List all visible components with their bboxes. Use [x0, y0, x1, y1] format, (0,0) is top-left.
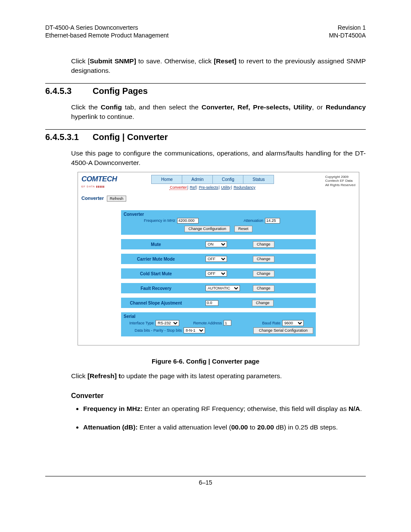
section-number: 6.4.5.3.1	[45, 132, 93, 142]
converter-panel: Converter Frequency in MHz Attenuation C…	[121, 210, 316, 235]
after-paragraph: Click [Refresh] to update the page with …	[71, 371, 366, 381]
fault-recovery-select[interactable]: AUTOMATIC	[206, 285, 240, 291]
attenuation-input[interactable]	[265, 218, 280, 224]
logo-text: COMTECH	[81, 175, 117, 183]
carrier-mute-panel: Carrier Mute Mode OFF Change	[121, 254, 316, 264]
text-bold: Frequency in MHz:	[83, 405, 143, 412]
interface-type-select[interactable]: RS-232	[156, 320, 179, 326]
interface-type-label: Interface Type	[124, 321, 154, 325]
change-serial-button[interactable]: Change Serial Configuration	[253, 327, 313, 334]
copyright-line: Comtech EF Data	[325, 179, 355, 183]
subsection-paragraph: Use this page to configure the communica…	[71, 149, 366, 167]
fault-recovery-panel: Fault Recovery AUTOMATIC Change	[121, 283, 316, 293]
text: .	[360, 405, 362, 412]
change-config-button[interactable]: Change Configuration	[184, 226, 230, 232]
fault-recovery-change-button[interactable]: Change	[253, 285, 274, 292]
refresh-button[interactable]: Refresh	[107, 196, 127, 202]
text: Click [	[71, 57, 90, 65]
slope-label: Channel Slope Ajustment	[124, 301, 188, 305]
text-bold: Config	[101, 103, 122, 111]
tab-home[interactable]: Home	[151, 175, 182, 184]
text-bold: 20.00	[257, 423, 274, 431]
page-footer: 6–15	[45, 476, 366, 486]
mute-panel: Mute ON Change	[121, 239, 316, 249]
section-title: Config Pages	[93, 86, 148, 96]
panel-title: Converter	[124, 212, 313, 217]
divider	[45, 83, 366, 84]
text: to save. Otherwise, click	[136, 57, 214, 65]
tab-config[interactable]: Config	[212, 175, 243, 184]
attenuation-label: Attenuation	[199, 218, 263, 223]
cold-start-change-button[interactable]: Change	[253, 271, 274, 277]
cold-start-panel: Cold Start Mute OFF Change	[121, 268, 316, 279]
page-header: DT-4500-A Series Downconverters Ethernet…	[45, 24, 366, 39]
text: dB) in 0.25 dB steps.	[274, 423, 338, 431]
baud-rate-select[interactable]: 9600	[282, 320, 304, 326]
subsection-heading: 6.4.5.3.1Config | Converter	[45, 132, 366, 142]
slope-panel: Channel Slope Ajustment Change	[121, 298, 316, 308]
text: o update the page with its latest operat…	[121, 372, 282, 380]
text-bold: Attenuation (dB):	[83, 423, 138, 431]
text: Click	[71, 372, 87, 380]
text: tab, and then select the	[122, 103, 202, 111]
freq-input[interactable]	[177, 218, 199, 224]
section-heading: 6.4.5.3Config Pages	[45, 86, 366, 96]
page-title: Converter	[81, 196, 104, 201]
section-number: 6.4.5.3	[45, 86, 93, 96]
text-bold: [Reset]	[214, 57, 237, 65]
text-bold: Converter, Ref, Pre-selects, Utility	[202, 103, 312, 111]
databits-select[interactable]: 8-N-1	[184, 327, 205, 333]
subtabs: Converter| Ref| Pre-selects| Utility| Re…	[169, 185, 255, 190]
copyright: Copyright 2009 Comtech EF Data All Right…	[325, 175, 355, 187]
text: to	[248, 423, 258, 431]
figure-caption: Figure 6-6. Config | Converter page	[45, 358, 366, 365]
section-paragraph: Click the Config tab, and then select th…	[71, 103, 366, 121]
databits-label: Data bits - Parity - Stop bits	[124, 328, 182, 333]
text: Enter an operating RF Frequency; otherwi…	[143, 405, 349, 412]
subtab-preselects[interactable]: Pre-selects	[198, 185, 218, 190]
mute-change-button[interactable]: Change	[253, 241, 274, 248]
divider	[45, 129, 366, 130]
reset-button[interactable]: Reset	[234, 226, 252, 232]
list-item: Attenuation (dB): Enter a valid attenuat…	[83, 423, 366, 432]
subtab-redundancy[interactable]: Redundancy	[233, 185, 256, 190]
text: Enter a valid attenuation level (	[138, 423, 231, 431]
panel-title: Serial	[124, 314, 313, 319]
logo: COMTECH EF DATA ▮▮▮▮▮	[81, 175, 117, 188]
carrier-mute-select[interactable]: OFF	[206, 256, 227, 262]
carrier-mute-change-button[interactable]: Change	[253, 256, 274, 262]
text: Click the	[71, 103, 101, 111]
cold-start-select[interactable]: OFF	[206, 271, 227, 277]
carrier-mute-label: Carrier Mute Mode	[124, 257, 188, 261]
text-bold: [Refresh] t	[87, 372, 121, 380]
subtab-converter[interactable]: Converter	[169, 185, 187, 190]
header-left-1: DT-4500-A Series Downconverters	[45, 24, 168, 31]
remote-address-label: Remote Address	[181, 321, 222, 325]
tab-status[interactable]: Status	[243, 175, 274, 184]
remote-address-input[interactable]	[224, 320, 231, 326]
header-right-2: MN-DT4500A	[329, 31, 366, 39]
mute-label: Mute	[124, 242, 188, 247]
intro-paragraph: Click [Submit SNMP] to save. Otherwise, …	[71, 56, 366, 75]
text-bold: Submit SNMP]	[90, 57, 136, 65]
text-bold: N/A	[349, 405, 360, 412]
freq-label: Frequency in MHz	[124, 218, 175, 223]
serial-panel: Serial Interface Type RS-232 Remote Addr…	[121, 312, 316, 336]
list-item: Frequency in MHz: Enter an operating RF …	[83, 404, 366, 414]
copyright-line: Copyright 2009	[325, 175, 355, 179]
converter-subheading: Converter	[71, 392, 366, 400]
bullet-list: Frequency in MHz: Enter an operating RF …	[71, 404, 366, 432]
slope-change-button[interactable]: Change	[252, 300, 274, 306]
slope-input[interactable]	[206, 300, 218, 306]
baud-rate-label: Baud Rate	[233, 321, 280, 325]
mute-select[interactable]: ON	[206, 241, 227, 247]
subtab-utility[interactable]: Utility	[221, 185, 231, 190]
subtab-ref[interactable]: Ref	[190, 185, 196, 190]
text-bold: 00.00	[231, 423, 248, 431]
text-bold: Redundancy	[326, 103, 366, 111]
tab-admin[interactable]: Admin	[182, 175, 213, 184]
text: , or	[312, 103, 326, 111]
text: hyperlink to continue.	[71, 113, 134, 120]
header-left-2: Ethernet-based Remote Product Management	[45, 31, 168, 39]
cold-start-label: Cold Start Mute	[124, 271, 188, 276]
